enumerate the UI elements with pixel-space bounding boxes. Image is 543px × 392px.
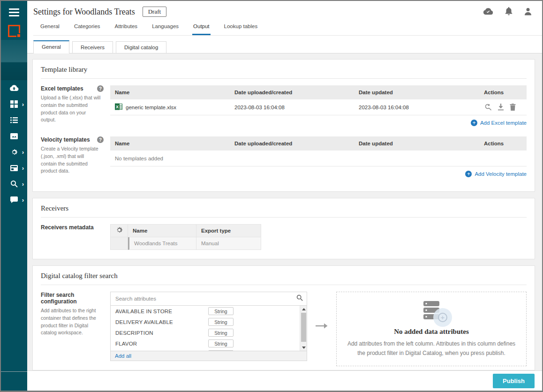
template-file-name[interactable]: generic template.xlsx [126, 105, 176, 110]
date-updated-value: 2023-08-03 16:04:08 [359, 105, 484, 110]
velocity-templates-section: Velocity templates Create a Velocity tem… [41, 136, 527, 177]
output-subtabs: General Receivers Digital catalog [27, 36, 542, 53]
tab-languages[interactable]: Languages [151, 23, 180, 35]
excel-file-icon: X [115, 103, 122, 111]
page-title: Settings for Woodlands Treats [33, 7, 135, 17]
attribute-name: DELIVERY AVAILABLE [115, 319, 208, 325]
delete-trash-icon[interactable] [510, 104, 516, 111]
sidebar: › › › [1, 1, 27, 391]
digital-catalog-card: Digital catalog filter search Filter sea… [32, 265, 535, 370]
excel-templates-table: Name Date uploaded/created Date updated … [110, 85, 527, 126]
sidebar-footer [1, 371, 27, 391]
gear-icon [115, 226, 123, 235]
chat-icon [10, 196, 18, 203]
list-icon [10, 117, 18, 123]
list-item[interactable]: DELIVERY AVAILABLE String [111, 317, 300, 327]
card-panel-icon [10, 165, 18, 171]
scroll-down-arrow[interactable] [300, 344, 307, 351]
download-icon[interactable] [498, 104, 504, 111]
sidebar-item-planner[interactable]: › [1, 160, 27, 176]
table-row[interactable]: Woodlands Treats Manual [110, 237, 261, 250]
receivers-metadata-label: Receivers metadata [41, 224, 94, 231]
content-area: Template library Excel templates Upload … [27, 53, 542, 370]
receiver-export-type-value: Manual [196, 237, 261, 250]
search-icon [10, 180, 18, 188]
sidebar-item-media[interactable] [1, 128, 27, 144]
receiver-name-value: Woodlands Treats [128, 237, 196, 250]
sidebar-item-messages[interactable]: › [1, 192, 27, 208]
scrollbar[interactable] [300, 306, 307, 351]
transfer-arrow-icon [316, 322, 328, 331]
chevron-right-icon: › [22, 181, 24, 187]
tab-general[interactable]: General [39, 23, 60, 35]
settings-tabs: General Categories Attributes Languages … [33, 17, 542, 36]
excel-templates-section: Excel templates Upload a file (.xlsx) th… [41, 85, 527, 126]
attribute-type-badge: String [208, 307, 234, 315]
scroll-up-arrow[interactable] [300, 306, 307, 312]
sidebar-item-upload[interactable] [1, 80, 27, 96]
replace-template-icon[interactable] [484, 104, 492, 111]
notifications-bell-icon[interactable] [505, 7, 513, 15]
no-templates-text: No templates added [110, 156, 234, 161]
add-plus-icon: + [433, 308, 452, 327]
attribute-type-badge: String [208, 329, 234, 337]
chevron-right-icon: › [22, 197, 24, 203]
column-header-date-uploaded: Date uploaded/created [234, 141, 359, 146]
velocity-templates-label: Velocity templates [41, 136, 90, 143]
column-header-name: Name [128, 224, 196, 237]
tab-output[interactable]: Output [192, 23, 211, 35]
subtab-receivers[interactable]: Receivers [72, 41, 113, 53]
help-icon[interactable] [97, 85, 104, 92]
column-header-name: Name [110, 141, 234, 146]
empty-state-title: No added data attributes [394, 328, 469, 336]
subtab-digital-catalog[interactable]: Digital catalog [116, 41, 166, 53]
sidebar-item-search[interactable]: › [1, 176, 27, 192]
sidebar-item-lists[interactable] [1, 112, 27, 128]
add-all-link[interactable]: Add all [115, 353, 131, 359]
template-library-card: Template library Excel templates Upload … [32, 59, 535, 192]
attribute-type-badge: String [208, 318, 234, 326]
column-header-name: Name [110, 90, 234, 95]
attribute-list: AVAILABLE IN STORE String DELIVERY AVAIL… [111, 306, 300, 351]
add-velocity-template-button[interactable]: Add Velocity template [465, 171, 527, 177]
list-item[interactable]: AVAILABLE IN STORE String [111, 306, 300, 317]
column-header-date-uploaded: Date uploaded/created [234, 90, 359, 95]
attribute-name: DESCRIPTION [115, 330, 208, 336]
user-account-icon[interactable] [524, 8, 532, 15]
section-title: Receivers [41, 204, 527, 218]
search-icon[interactable] [296, 294, 303, 303]
help-icon[interactable] [97, 136, 104, 143]
tab-categories[interactable]: Categories [73, 23, 101, 35]
column-header-actions: Actions [484, 90, 527, 95]
sidebar-item-settings[interactable]: › [1, 144, 27, 160]
column-header-date-updated: Date updated [359, 141, 484, 146]
empty-table-row: No templates added [110, 151, 527, 166]
filter-search-config-label: Filter search configuration [41, 292, 104, 305]
chevron-right-icon: › [22, 101, 24, 107]
section-title: Template library [41, 66, 527, 79]
list-item[interactable]: DESCRIPTION String [111, 327, 300, 338]
search-attributes-input[interactable] [115, 296, 294, 302]
tab-attributes[interactable]: Attributes [114, 23, 139, 35]
velocity-templates-table: Name Date uploaded/created Date updated … [110, 136, 527, 177]
cloud-upload-icon [9, 85, 19, 91]
added-attributes-dropzone[interactable]: + No added data attributes Add attribute… [336, 292, 527, 366]
column-header-actions: Actions [484, 141, 527, 146]
cloud-sync-icon[interactable] [483, 8, 493, 15]
sidebar-item-apps[interactable]: › [1, 96, 27, 112]
sidebar-nav: › › › [1, 80, 27, 208]
attribute-type-badge: String [208, 339, 234, 347]
scrollbar-thumb[interactable] [301, 313, 306, 342]
table-settings-cell[interactable] [110, 224, 128, 237]
add-excel-template-button[interactable]: Add Excel template [471, 120, 527, 126]
menu-icon[interactable] [9, 8, 19, 16]
row-selector-cell[interactable] [110, 237, 128, 250]
column-header-date-updated: Date updated [359, 90, 484, 95]
tab-lookup-tables[interactable]: Lookup tables [223, 23, 259, 35]
publish-button[interactable]: Publish [493, 374, 535, 388]
list-item[interactable]: FLAVOR String [111, 338, 300, 349]
subtab-general[interactable]: General [33, 40, 69, 53]
main-area: Settings for Woodlands Treats Draft Gene… [27, 1, 542, 391]
velocity-templates-description: Create a Velocity template (.json, .xml)… [41, 145, 104, 175]
brand-logo [8, 25, 20, 37]
